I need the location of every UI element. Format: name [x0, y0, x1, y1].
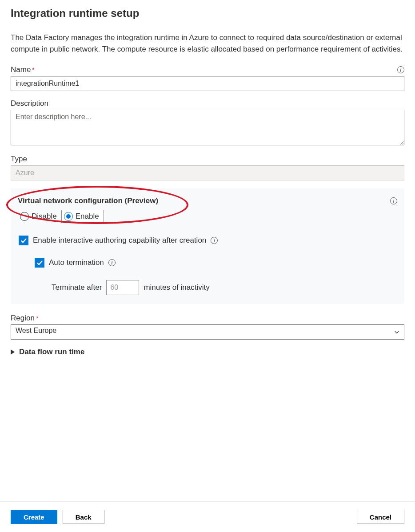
- radio-icon: [64, 212, 73, 221]
- name-input[interactable]: [11, 76, 404, 91]
- name-field: Name* i: [11, 65, 404, 91]
- terminate-after-input[interactable]: [106, 280, 139, 295]
- info-icon[interactable]: i: [108, 259, 116, 266]
- info-icon[interactable]: i: [397, 66, 404, 73]
- auto-termination-label: Auto termination: [49, 258, 104, 267]
- chevron-right-icon: [11, 349, 15, 355]
- cancel-button[interactable]: Cancel: [357, 510, 404, 524]
- description-field: Description: [11, 99, 404, 147]
- required-asterisk: *: [32, 66, 34, 73]
- description-label: Description: [11, 99, 48, 108]
- auto-termination-checkbox[interactable]: [35, 258, 44, 268]
- terminate-after-suffix: minutes of inactivity: [144, 283, 209, 292]
- required-asterisk: *: [36, 315, 38, 322]
- dataflow-expander-label: Data flow run time: [19, 348, 84, 356]
- auto-termination-checkbox-row: Auto termination i: [35, 258, 397, 268]
- enable-interactive-checkbox[interactable]: [19, 236, 28, 245]
- type-input: [11, 165, 404, 180]
- type-label: Type: [11, 155, 27, 164]
- region-field: Region* West Europe: [11, 314, 404, 340]
- region-label: Region: [11, 314, 35, 322]
- terminate-after-label: Terminate after: [52, 283, 102, 292]
- enable-interactive-label: Enable interactive authoring capability …: [33, 236, 206, 245]
- radio-icon: [20, 212, 29, 221]
- description-input[interactable]: [11, 110, 404, 145]
- vnet-radio-group: Disable Enable: [18, 210, 397, 223]
- check-icon: [36, 260, 43, 266]
- info-icon[interactable]: i: [211, 237, 218, 244]
- enable-interactive-checkbox-row: Enable interactive authoring capability …: [19, 236, 397, 245]
- vnet-panel: Virtual network configuration (Preview) …: [11, 188, 404, 304]
- vnet-title: Virtual network configuration (Preview): [18, 196, 158, 205]
- type-field: Type: [11, 155, 404, 180]
- region-select[interactable]: West Europe: [11, 324, 404, 340]
- check-icon: [20, 237, 27, 244]
- dataflow-expander[interactable]: Data flow run time: [11, 348, 404, 356]
- terminate-after-row: Terminate after minutes of inactivity: [52, 280, 397, 295]
- create-button[interactable]: Create: [11, 510, 57, 524]
- back-button[interactable]: Back: [63, 510, 104, 524]
- page-description: The Data Factory manages the integration…: [11, 32, 404, 55]
- page-title: Integration runtime setup: [11, 7, 404, 20]
- vnet-enable-label: Enable: [76, 212, 99, 221]
- vnet-disable-radio[interactable]: Disable: [18, 210, 61, 223]
- vnet-disable-label: Disable: [32, 212, 57, 221]
- info-icon[interactable]: i: [390, 197, 397, 204]
- vnet-enable-radio[interactable]: Enable: [61, 210, 104, 223]
- name-label: Name: [11, 65, 31, 74]
- dialog-footer: Create Back Cancel: [0, 501, 415, 532]
